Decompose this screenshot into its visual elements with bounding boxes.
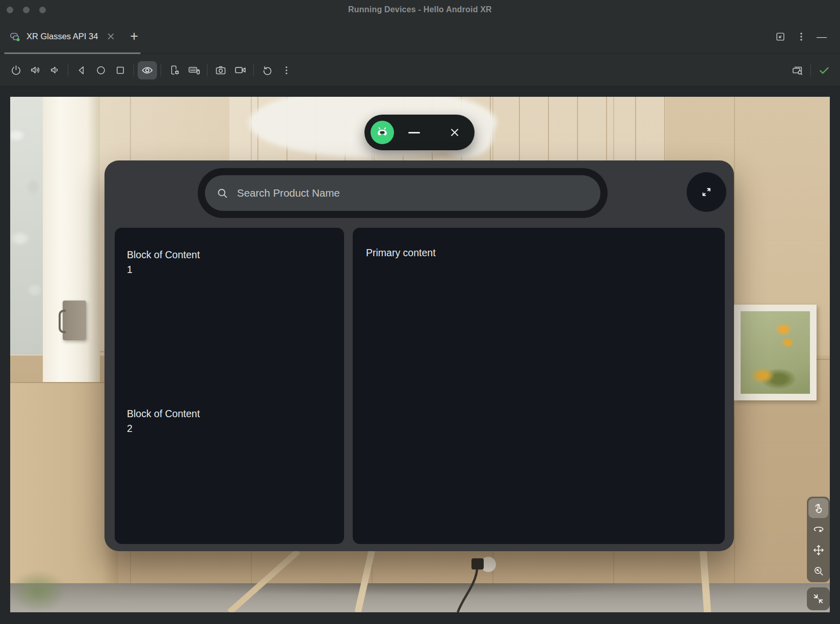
power-icon[interactable] xyxy=(6,61,25,79)
toolbar-separator xyxy=(810,64,811,76)
expand-fullspace-button[interactable] xyxy=(687,172,726,212)
toolbar-separator xyxy=(134,64,134,76)
active-tab-indicator xyxy=(4,52,141,54)
volume-up-icon[interactable] xyxy=(25,61,45,79)
close-tab-icon[interactable] xyxy=(107,33,115,40)
scene-floor-shadow xyxy=(102,583,734,599)
search-icon xyxy=(216,187,229,200)
expand-icon xyxy=(700,185,713,199)
dock-window-icon[interactable] xyxy=(775,31,786,42)
device-settings-icon[interactable] xyxy=(165,61,184,79)
tab-xr-glasses[interactable]: XR Glasses API 34 xyxy=(9,19,117,53)
content-list-panel[interactable]: Block of Content 1 Block of Content 2 xyxy=(115,228,344,544)
search-bar[interactable] xyxy=(205,175,600,211)
zoom-mode-icon[interactable] xyxy=(808,561,828,581)
window-title: Running Devices - Hello Android XR xyxy=(0,5,840,14)
headset-status-icon xyxy=(371,121,394,144)
orbit-mode-icon[interactable] xyxy=(808,519,828,539)
titlebar: Running Devices - Hello Android XR xyxy=(0,0,840,19)
toolbar-separator xyxy=(161,64,161,76)
screen-record-icon[interactable] xyxy=(230,61,250,79)
emulator-display[interactable]: Block of Content 1 Block of Content 2 Pr… xyxy=(10,97,830,612)
pan-mode-icon[interactable] xyxy=(808,540,828,560)
scene-plant xyxy=(10,571,66,612)
reset-view-icon[interactable] xyxy=(257,61,277,79)
close-env-icon[interactable] xyxy=(434,127,475,138)
search-bar-container xyxy=(198,168,608,218)
tab-label: XR Glasses API 34 xyxy=(27,32,98,41)
primary-content-label: Primary content xyxy=(366,247,436,259)
scene-window-frame xyxy=(43,97,100,410)
screenshot-icon[interactable] xyxy=(211,61,230,79)
more-options-icon[interactable] xyxy=(277,61,296,79)
list-item: Block of Content 1 xyxy=(127,247,332,277)
xr-env-control-pill xyxy=(364,115,475,150)
search-input[interactable] xyxy=(236,186,589,200)
block-title: Block of Content xyxy=(127,247,332,262)
list-item: Block of Content 2 xyxy=(127,406,332,436)
add-tab-button[interactable]: + xyxy=(130,30,138,43)
scene-door-handle-plate xyxy=(63,301,86,340)
overview-icon[interactable] xyxy=(111,61,130,79)
more-options-icon[interactable] xyxy=(796,32,806,42)
eye-icon[interactable] xyxy=(138,61,157,79)
tap-mode-icon[interactable] xyxy=(808,498,828,518)
block-index: 1 xyxy=(127,262,332,277)
toolbar-separator xyxy=(207,64,207,76)
volume-down-icon[interactable] xyxy=(45,61,64,79)
xr-view-mode-toolbar xyxy=(807,497,830,582)
block-title: Block of Content xyxy=(127,406,332,421)
tab-bar: XR Glasses API 34 + — xyxy=(0,19,840,54)
collapse-view-icon[interactable] xyxy=(807,587,830,610)
toolbar-separator xyxy=(253,64,254,76)
scene-door-handle xyxy=(59,310,66,333)
scene-window-glass xyxy=(10,97,43,355)
device-toolbar xyxy=(0,54,840,87)
home-icon[interactable] xyxy=(91,61,111,79)
block-index: 2 xyxy=(127,421,332,436)
primary-content-panel[interactable]: Primary content xyxy=(353,228,725,544)
toolbar-separator xyxy=(68,64,68,76)
minimize-icon[interactable]: — xyxy=(817,32,827,42)
scene-painting xyxy=(741,311,810,394)
hardware-input-icon[interactable] xyxy=(184,61,203,79)
app-spatial-panel: Block of Content 1 Block of Content 2 Pr… xyxy=(104,160,734,551)
running-devices-window: Running Devices - Hello Android XR XR Gl… xyxy=(0,0,840,624)
back-icon[interactable] xyxy=(72,61,91,79)
xr-glasses-device-icon xyxy=(9,31,21,43)
layout-inspector-icon[interactable] xyxy=(788,61,807,79)
scene-picture-frame xyxy=(734,305,817,400)
device-ready-check-icon[interactable] xyxy=(815,61,834,79)
minimize-env-icon[interactable] xyxy=(394,131,434,134)
